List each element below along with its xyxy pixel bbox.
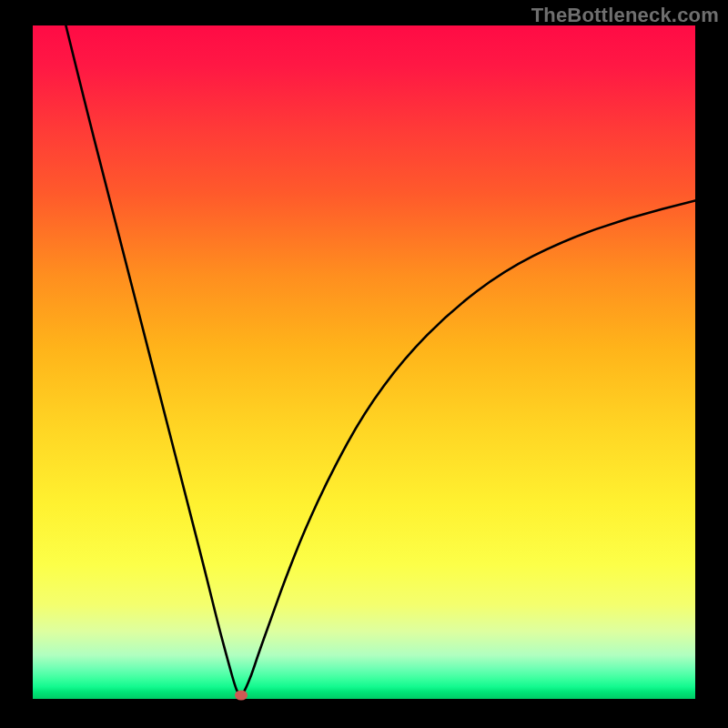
plot-area xyxy=(33,25,695,699)
curve-svg xyxy=(33,25,695,699)
minimum-marker xyxy=(235,691,248,701)
chart-frame: TheBottleneck.com xyxy=(0,0,728,728)
bottleneck-curve xyxy=(66,25,695,695)
watermark-text: TheBottleneck.com xyxy=(531,4,719,27)
